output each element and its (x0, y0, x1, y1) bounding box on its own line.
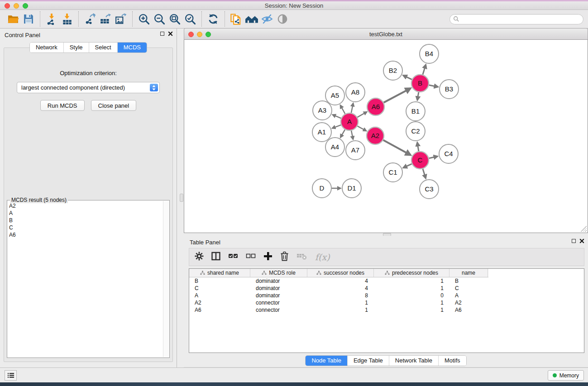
tab-mcds[interactable]: MCDS (118, 43, 147, 52)
column-header-name[interactable]: name (449, 269, 488, 277)
graph-edge-A-A1[interactable] (332, 125, 341, 128)
graph-edge-A-A4[interactable] (340, 129, 345, 137)
column-header-predecessor-nodes[interactable]: predecessor nodes (374, 269, 449, 277)
tab-edge-table[interactable]: Edge Table (348, 356, 389, 366)
tab-style[interactable]: Style (64, 43, 89, 52)
graph-node-D1[interactable]: D1 (342, 179, 361, 198)
graph-edge-A-A2[interactable] (358, 126, 367, 131)
graph-edge-A-A7[interactable] (351, 131, 353, 139)
graph-node-A[interactable]: A (341, 113, 358, 130)
graph-node-A6[interactable]: A6 (367, 98, 384, 115)
export-table-button[interactable] (98, 11, 113, 27)
run-mcds-button[interactable]: Run MCDS (40, 100, 85, 111)
graph-node-A3[interactable]: A3 (313, 101, 332, 120)
graph-edge-A6-B[interactable] (384, 88, 411, 102)
select-all-columns-button[interactable] (228, 253, 238, 262)
show-columns-button[interactable] (211, 252, 220, 262)
zoom-in-button[interactable] (136, 11, 152, 27)
export-image-button[interactable] (113, 11, 129, 27)
graph-node-B4[interactable]: B4 (420, 44, 439, 63)
graph-node-A4[interactable]: A4 (325, 138, 344, 157)
delete-table-button[interactable] (296, 252, 307, 262)
graph-node-A7[interactable]: A7 (346, 141, 365, 160)
window-resize-grip[interactable] (581, 226, 587, 232)
graph-node-B1[interactable]: B1 (406, 102, 425, 121)
import-network-button[interactable] (44, 11, 59, 27)
close-panel-button[interactable]: Close panel (91, 100, 137, 111)
column-header-shared-name[interactable]: shared name (189, 269, 250, 277)
graph-node-C1[interactable]: C1 (383, 163, 402, 182)
mcds-result-item[interactable]: B (9, 217, 162, 224)
float-panel-icon[interactable] (160, 32, 164, 36)
graph-edge-C-C4[interactable] (429, 156, 438, 158)
mcds-result-item[interactable]: A6 (9, 231, 162, 238)
graph-node-B2[interactable]: B2 (383, 61, 402, 80)
open-session-button[interactable] (5, 11, 21, 27)
graph-node-A2[interactable]: A2 (367, 127, 384, 144)
delete-columns-button[interactable] (280, 252, 289, 263)
mcds-result-item[interactable]: A (9, 210, 162, 217)
table-row[interactable]: A2connector11A2 (189, 299, 584, 306)
graph-node-C[interactable]: C (411, 152, 429, 169)
graph-node-D[interactable]: D (312, 179, 331, 198)
table-row[interactable]: Cdominator41C (189, 285, 584, 292)
graph-edge-B-B3[interactable] (429, 85, 438, 87)
table-settings-button[interactable] (195, 252, 204, 262)
float-panel-icon[interactable] (572, 239, 576, 243)
graph-edge-C-C3[interactable] (423, 169, 426, 178)
graph-edge-A-A3[interactable] (333, 114, 341, 118)
graph-edge-A-A8[interactable] (351, 103, 353, 113)
graph-edge-B-B1[interactable] (417, 92, 419, 100)
search-input[interactable] (459, 14, 583, 24)
memory-button[interactable]: Memory (548, 370, 584, 381)
criterion-select[interactable]: largest connected component (directed) (17, 82, 160, 93)
tab-node-table[interactable]: Node Table (306, 356, 348, 366)
refresh-layout-button[interactable] (206, 11, 221, 27)
tab-select[interactable]: Select (89, 43, 118, 52)
table-row[interactable]: Bdominator41B (189, 277, 584, 285)
graph-edge-C-C1[interactable] (403, 164, 412, 168)
graph-node-B3[interactable]: B3 (440, 80, 459, 99)
graph-node-C3[interactable]: C3 (420, 180, 439, 199)
add-column-button[interactable] (263, 252, 272, 262)
unselect-all-columns-button[interactable] (246, 253, 256, 262)
tab-motifs[interactable]: Motifs (439, 356, 466, 366)
import-table-button[interactable] (59, 11, 75, 27)
mcds-result-scrollbar[interactable] (163, 201, 169, 357)
graph-edge-B-B2[interactable] (403, 76, 412, 80)
mcds-result-item[interactable]: C (9, 224, 162, 231)
zoom-out-button[interactable] (152, 11, 167, 27)
zoom-selected-button[interactable] (182, 11, 198, 27)
tab-network[interactable]: Network (30, 43, 64, 52)
graph-edge-A-A6[interactable] (357, 112, 367, 117)
graph-node-B[interactable]: B (411, 75, 429, 92)
network-canvas[interactable]: B4B2BB3A5A8A6B1A3AC2A1A2A4A7C4CC1C3DD1 (184, 40, 588, 233)
tab-network-table[interactable]: Network Table (389, 356, 439, 366)
graph-node-C2[interactable]: C2 (406, 122, 425, 141)
task-history-button[interactable] (5, 370, 17, 381)
close-panel-icon[interactable] (168, 31, 173, 36)
graph-node-A1[interactable]: A1 (312, 123, 331, 142)
graph-node-C4[interactable]: C4 (439, 144, 458, 163)
close-panel-icon[interactable] (579, 238, 584, 243)
column-header-successor-nodes[interactable]: successor nodes (307, 269, 374, 277)
graph-edge-B-B4[interactable] (423, 65, 426, 75)
show-all-button[interactable] (244, 11, 259, 27)
mcds-result-item[interactable]: A2 (9, 202, 162, 210)
graph-edge-A-A5[interactable] (340, 105, 345, 114)
function-builder-button[interactable]: f(x) (315, 252, 330, 262)
show-hidden-button[interactable] (275, 11, 290, 27)
graph-edge-A2-C[interactable] (383, 140, 411, 155)
graph-edge-C-C2[interactable] (417, 143, 419, 152)
table-row[interactable]: Adominator80A (189, 292, 584, 299)
export-network-button[interactable] (82, 11, 98, 27)
zoom-fit-button[interactable] (167, 11, 182, 27)
table-row[interactable]: A6connector11A6 (189, 306, 584, 314)
duplicate-network-button[interactable] (229, 11, 244, 27)
hide-selected-button[interactable] (259, 11, 275, 27)
vertical-splitter-grip[interactable] (180, 194, 183, 202)
graph-node-A8[interactable]: A8 (346, 83, 365, 102)
graph-node-A5[interactable]: A5 (325, 86, 344, 105)
column-header-MCDS-role[interactable]: MCDS role (250, 269, 307, 277)
save-session-button[interactable] (21, 11, 36, 27)
